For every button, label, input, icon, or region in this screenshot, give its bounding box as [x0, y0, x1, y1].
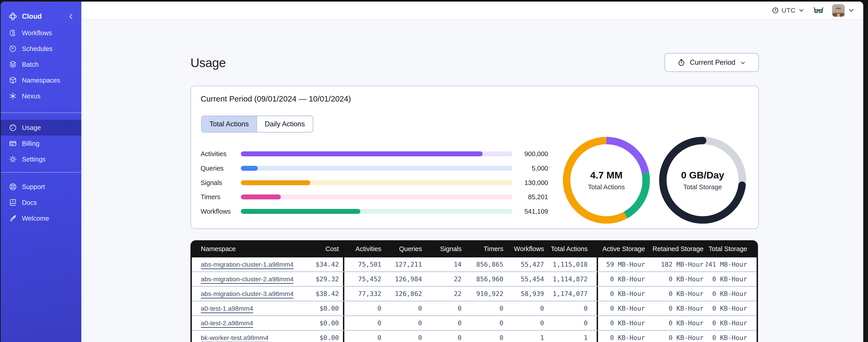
cell-queries: 126,862: [383, 287, 424, 301]
cell-workflows: 1: [506, 331, 546, 342]
temporal-logo-icon: [8, 12, 18, 21]
namespace-link[interactable]: abs-migration-cluster-3.a98mm4: [201, 290, 293, 298]
cell-retained_storage: 0 KB-Hour: [647, 331, 706, 342]
sidebar-item-settings[interactable]: Settings: [1, 151, 81, 167]
donut-center: 0 GB/DayTotal Storage: [657, 135, 748, 226]
app-window: UTC Usage: [1, 2, 863, 342]
namespace-link[interactable]: abs-migration-cluster-1.a98mm4: [201, 261, 293, 268]
cell-retained_storage: 0 KB-Hour: [647, 272, 706, 286]
table-row: abs-migration-cluster-2.a98mm4$29.3275,4…: [192, 272, 756, 287]
namespace-link[interactable]: a0-test-2.a98mm4: [201, 319, 253, 327]
usage-icon: [9, 124, 17, 132]
bar-row-workflows: Workflows541,109: [200, 204, 548, 218]
cell-namespace: abs-migration-cluster-1.a98mm4: [192, 258, 303, 271]
cell-signals: 0: [424, 316, 464, 330]
cell-total_actions: 0: [546, 316, 597, 330]
table-row: bk-worker-test.a98mm4$0.000000110 KB-Hou…: [192, 331, 756, 342]
bar-fill: [241, 180, 310, 185]
glasses-icon[interactable]: [813, 7, 824, 14]
tab-total-actions[interactable]: Total Actions: [202, 116, 256, 132]
bar-row-activities: Activities900,000: [200, 147, 548, 161]
current-period-card: Current Period (09/01/2024 — 10/01/2024)…: [190, 86, 759, 229]
table-row: a0-test-1.a98mm4$0.000000000 KB-Hour0 KB…: [192, 301, 756, 316]
sidebar-item-welcome[interactable]: Welcome: [1, 210, 81, 226]
cell-queries: 126,984: [383, 272, 424, 286]
cell-namespace: a0-test-2.a98mm4: [192, 316, 303, 330]
cell-total_actions: 1,114,872: [546, 272, 597, 286]
namespace-link[interactable]: a0-test-1.a98mm4: [201, 305, 253, 312]
sidebar-item-workflows[interactable]: Workflows: [1, 25, 81, 41]
cell-signals: 0: [424, 331, 464, 342]
sidebar-item-label: Usage: [22, 124, 41, 132]
tab-daily-actions[interactable]: Daily Actions: [256, 116, 312, 132]
cell-cost: $0.00: [303, 331, 343, 342]
sidebar-item-usage[interactable]: Usage: [1, 120, 81, 136]
sidebar-item-billing[interactable]: Billing: [1, 136, 81, 151]
cell-timers: 856,865: [464, 258, 506, 271]
table-row: abs-migration-cluster-1.a98mm4$34.4275,5…: [192, 258, 756, 272]
cell-activities: 0: [343, 331, 383, 342]
cell-total_actions: 1: [546, 331, 597, 342]
namespace-link[interactable]: abs-migration-cluster-2.a98mm4: [201, 275, 293, 283]
bar-fill: [241, 151, 483, 156]
bar-track: [241, 195, 513, 199]
bar-track: [241, 166, 513, 171]
card-title: Current Period (09/01/2024 — 10/01/2024): [200, 94, 351, 103]
cell-cost: $34.42: [303, 258, 343, 271]
sidebar-item-label: Workflows: [22, 29, 52, 37]
sidebar-item-support[interactable]: Support: [1, 179, 81, 195]
cell-signals: 22: [424, 272, 464, 286]
cell-namespace: bk-worker-test.a98mm4: [192, 331, 303, 342]
bar-row-signals: Signals130,000: [200, 175, 548, 190]
timezone-label: UTC: [781, 6, 796, 14]
cell-signals: 0: [424, 301, 464, 315]
cell-signals: 22: [424, 287, 464, 301]
namespace-link[interactable]: bk-worker-test.a98mm4: [201, 334, 269, 342]
billing-icon: [9, 139, 17, 147]
docs-icon: [9, 199, 17, 207]
sidebar-item-label: Welcome: [22, 215, 49, 222]
column-header-timers: Timers: [464, 245, 506, 253]
cell-total_storage: 0 KB-Hour: [706, 331, 756, 342]
bar-value: 5,000: [513, 165, 548, 172]
cell-active_storage: 0 KB-Hour: [597, 301, 647, 315]
cell-total_storage: 0 KB-Hour: [706, 272, 756, 286]
bar-value: 541,109: [513, 208, 548, 215]
sidebar-item-batch[interactable]: Batch: [1, 57, 81, 72]
column-header-total_actions: Total Actions: [546, 245, 597, 253]
sidebar-brand: Cloud: [8, 9, 74, 24]
cell-workflows: 58,939: [506, 287, 546, 301]
table-body: abs-migration-cluster-1.a98mm4$34.4275,5…: [190, 258, 758, 342]
support-icon: [9, 183, 17, 191]
sidebar: Cloud WorkflowsSchedulesBatchNamespacesN…: [1, 2, 81, 342]
sidebar-item-nexus[interactable]: Nexus: [1, 88, 81, 104]
sidebar-item-label: Schedules: [22, 45, 53, 53]
sidebar-collapse-icon[interactable]: [68, 13, 74, 20]
cell-retained_storage: 182 MB-Hour: [647, 258, 706, 271]
column-header-cost: Cost: [303, 245, 343, 253]
column-header-active_storage: Active Storage: [597, 245, 647, 253]
sidebar-item-namespaces[interactable]: Namespaces: [1, 72, 81, 88]
sidebar-item-label: Billing: [22, 140, 39, 147]
user-menu-chevron-icon[interactable]: [848, 7, 855, 14]
bar-label: Signals: [200, 179, 241, 186]
cell-queries: 0: [383, 316, 424, 330]
bar-label: Queries: [200, 165, 241, 172]
timezone-select[interactable]: UTC: [772, 6, 805, 14]
sidebar-item-schedules[interactable]: Schedules: [1, 41, 81, 57]
cell-total_actions: 0: [546, 301, 597, 315]
cell-activities: 75,452: [343, 272, 383, 286]
sidebar-divider: [1, 112, 81, 113]
sidebar-item-docs[interactable]: Docs: [1, 195, 81, 210]
cell-active_storage: 0 KB-Hour: [597, 316, 647, 330]
avatar[interactable]: [832, 4, 845, 17]
avatar-glasses: [836, 8, 841, 9]
namespaces-icon: [9, 76, 17, 84]
donut-label: Total Actions: [588, 183, 625, 191]
period-select-button[interactable]: Current Period: [664, 53, 759, 72]
bar-fill: [241, 195, 281, 199]
cell-namespace: abs-migration-cluster-3.a98mm4: [192, 287, 303, 301]
cell-cost: $29.32: [303, 272, 343, 286]
cell-retained_storage: 0 KB-Hour: [647, 316, 706, 330]
avatar-shirt: [837, 14, 840, 17]
